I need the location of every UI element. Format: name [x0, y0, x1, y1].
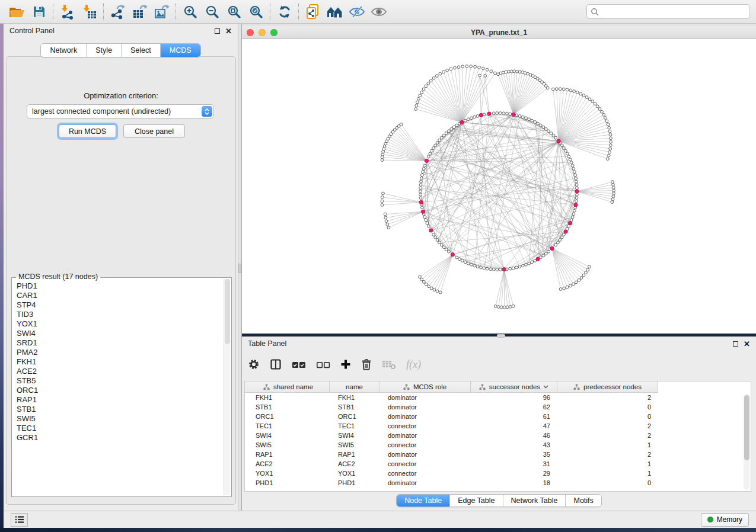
deselect-all-button[interactable] [316, 360, 330, 369]
network-leaf-node[interactable] [400, 123, 403, 126]
network-node[interactable] [552, 134, 555, 137]
network-leaf-node[interactable] [546, 86, 549, 89]
memory-button[interactable]: Memory [701, 513, 749, 527]
network-node[interactable] [560, 236, 563, 239]
tab-network[interactable]: Network [41, 44, 87, 57]
table-cell[interactable]: 2 [557, 421, 658, 431]
network-node[interactable] [557, 241, 560, 244]
network-node[interactable] [467, 118, 470, 121]
network-node[interactable] [440, 136, 443, 139]
table-row[interactable]: ACE2ACE2connector311 [245, 459, 658, 469]
network-document-button[interactable] [302, 2, 324, 21]
network-node[interactable] [427, 225, 430, 227]
network-node[interactable] [419, 193, 422, 196]
table-cell[interactable]: FKH1 [247, 393, 330, 402]
network-leaf-node[interactable] [454, 66, 457, 69]
mcds-result-item[interactable]: ACE2 [17, 367, 222, 376]
mcds-result-item[interactable]: RAP1 [17, 395, 222, 405]
horizontal-splitter-grip[interactable] [497, 334, 505, 338]
network-leaf-node[interactable] [381, 200, 384, 203]
network-canvas[interactable] [242, 39, 756, 334]
network-leaf-node[interactable] [612, 183, 615, 186]
network-node[interactable] [452, 126, 455, 129]
network-leaf-node[interactable] [439, 291, 442, 294]
network-leaf-node[interactable] [516, 70, 519, 73]
table-cell[interactable]: 61 [471, 412, 557, 421]
mcds-list-scrollbar[interactable] [224, 279, 230, 495]
mcds-result-item[interactable]: FKH1 [17, 357, 222, 367]
table-cell[interactable]: 31 [471, 459, 557, 469]
network-node[interactable] [576, 187, 579, 190]
network-leaf-node[interactable] [416, 101, 419, 104]
network-node[interactable] [575, 177, 578, 180]
network-node[interactable] [486, 267, 489, 270]
network-leaf-node[interactable] [494, 72, 497, 75]
network-node[interactable] [574, 174, 577, 177]
table-cell[interactable]: SWI4 [247, 431, 330, 440]
network-node[interactable] [455, 124, 458, 127]
network-node[interactable] [528, 118, 531, 121]
network-leaf-node[interactable] [608, 126, 611, 129]
network-node[interactable] [564, 149, 567, 152]
mcds-dominator-node[interactable] [419, 200, 423, 204]
table-cell[interactable]: dominator [379, 450, 471, 459]
table-cell[interactable]: 43 [471, 440, 557, 450]
network-node[interactable] [575, 184, 578, 187]
network-node[interactable] [473, 116, 476, 118]
table-row[interactable]: TEC1TEC1connector472 [245, 421, 658, 431]
network-node[interactable] [419, 190, 422, 193]
zoom-in-button[interactable] [179, 2, 201, 21]
network-leaf-node[interactable] [609, 144, 612, 147]
mcds-result-item[interactable]: SWI4 [17, 329, 222, 338]
network-leaf-node[interactable] [598, 108, 601, 111]
network-leaf-node[interactable] [604, 117, 607, 120]
mcds-dominator-node[interactable] [557, 139, 560, 143]
network-node[interactable] [470, 117, 473, 120]
network-node[interactable] [559, 239, 562, 242]
network-leaf-node[interactable] [387, 226, 390, 229]
network-node[interactable] [419, 197, 422, 200]
network-node[interactable] [534, 121, 537, 124]
network-node[interactable] [492, 268, 495, 271]
network-leaf-node[interactable] [582, 274, 585, 277]
network-leaf-node[interactable] [430, 287, 433, 290]
network-view-titlebar[interactable]: YPA_prune.txt_1 [242, 26, 756, 39]
mcds-result-item[interactable]: STB1 [17, 405, 222, 414]
mcds-result-list[interactable]: PHD1CAR1STP4TID3YOX1SWI4SRD1PMA2FKH1ACE2… [12, 281, 222, 496]
network-leaf-node[interactable] [607, 123, 610, 126]
network-node[interactable] [518, 265, 521, 268]
network-leaf-node[interactable] [449, 68, 452, 70]
table-row[interactable]: YOX1YOX1connector291 [245, 469, 658, 478]
mcds-dominator-node[interactable] [564, 230, 567, 233]
network-node[interactable] [421, 206, 424, 209]
network-leaf-node[interactable] [432, 77, 435, 80]
network-leaf-node[interactable] [497, 306, 500, 309]
network-node[interactable] [547, 130, 550, 133]
network-node[interactable] [566, 152, 569, 155]
table-cell[interactable]: 0 [557, 412, 658, 421]
network-leaf-node[interactable] [582, 94, 585, 97]
network-node[interactable] [421, 174, 424, 177]
mcds-result-item[interactable]: SWI5 [17, 414, 222, 424]
zoom-fit-button[interactable] [223, 2, 245, 21]
network-node[interactable] [464, 119, 467, 122]
network-node[interactable] [502, 112, 505, 115]
network-node[interactable] [563, 233, 566, 236]
table-cell[interactable]: connector [379, 440, 471, 450]
network-node[interactable] [544, 128, 547, 131]
network-leaf-node[interactable] [425, 85, 428, 88]
mcds-result-item[interactable]: TID3 [17, 310, 222, 319]
table-cell[interactable]: TEC1 [247, 421, 330, 431]
network-leaf-node[interactable] [435, 75, 438, 78]
network-leaf-node[interactable] [566, 88, 569, 91]
network-leaf-node[interactable] [465, 65, 468, 68]
network-node[interactable] [445, 132, 448, 135]
network-node[interactable] [537, 122, 540, 125]
function-builder-button[interactable]: f(x) [406, 358, 421, 371]
refresh-view-button[interactable] [273, 2, 295, 21]
network-node[interactable] [492, 112, 495, 115]
table-cell[interactable]: 35 [471, 450, 557, 459]
import-network-button[interactable] [56, 2, 78, 21]
network-node[interactable] [499, 268, 502, 271]
network-leaf-node[interactable] [506, 306, 509, 309]
